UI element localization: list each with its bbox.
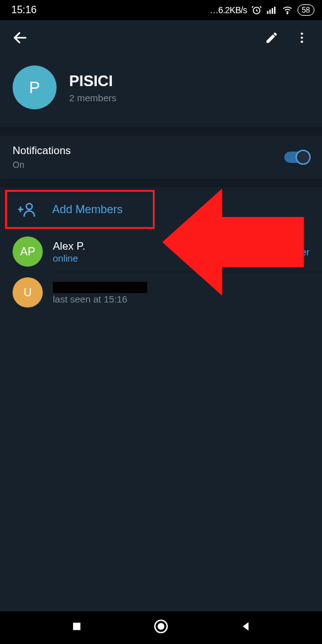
edit-button[interactable]: [257, 23, 287, 53]
svg-rect-3: [272, 8, 273, 14]
group-avatar[interactable]: P: [13, 65, 57, 109]
member-role: Owner: [282, 247, 309, 257]
group-subtitle: 2 members: [69, 92, 116, 103]
svg-point-9: [301, 41, 303, 43]
svg-point-10: [26, 204, 32, 209]
svg-rect-1: [267, 11, 268, 14]
notifications-value: On: [13, 160, 284, 170]
status-time: 15:16: [11, 4, 36, 16]
more-button[interactable]: [287, 23, 317, 53]
alarm-icon: [251, 4, 262, 16]
member-status: last seen at 15:16: [53, 294, 299, 304]
svg-rect-2: [269, 9, 270, 14]
app-bar: [0, 20, 322, 55]
toggle-knob: [296, 150, 311, 165]
nav-recent-button[interactable]: [70, 620, 83, 635]
nav-back-button[interactable]: [240, 620, 252, 635]
wifi-icon: [281, 4, 294, 16]
group-profile-header: P PISICI 2 members: [0, 55, 322, 127]
svg-rect-14: [73, 623, 80, 630]
android-nav-bar: [0, 611, 322, 644]
arrow-left-icon: [12, 30, 28, 46]
notifications-label: Notifications: [13, 145, 284, 157]
member-status: online: [53, 253, 272, 264]
add-members-button[interactable]: Add Members: [7, 192, 144, 227]
svg-point-16: [158, 624, 164, 630]
triangle-left-icon: [240, 620, 252, 633]
member-name: [53, 281, 299, 294]
member-info: Alex P.online: [53, 240, 272, 264]
member-info: last seen at 15:16: [53, 281, 299, 304]
member-name: Alex P.: [53, 240, 272, 253]
svg-point-7: [301, 33, 303, 35]
dots-vertical-icon: [295, 31, 309, 45]
add-person-icon: [18, 201, 36, 218]
network-speed: …6.2KB/s: [210, 5, 247, 15]
highlight-annotation: Add Members: [5, 190, 155, 229]
svg-rect-4: [274, 7, 275, 14]
square-icon: [70, 620, 83, 633]
redacted-name: [53, 282, 147, 293]
signal-icon: [266, 4, 277, 16]
notifications-toggle[interactable]: [284, 152, 309, 163]
section-divider: [0, 127, 322, 136]
svg-point-5: [287, 13, 288, 14]
back-button[interactable]: [5, 23, 35, 53]
section-divider: [0, 179, 322, 187]
status-bar: 15:16 …6.2KB/s 58: [0, 0, 322, 20]
svg-marker-17: [243, 622, 248, 630]
member-row[interactable]: Ulast seen at 15:16: [0, 272, 322, 313]
member-row[interactable]: APAlex P.onlineOwner: [0, 231, 322, 272]
members-list: APAlex P.onlineOwnerUlast seen at 15:16: [0, 231, 322, 313]
status-indicators: …6.2KB/s 58: [210, 4, 314, 16]
pencil-icon: [265, 31, 279, 45]
battery-indicator: 58: [297, 4, 314, 16]
notifications-row[interactable]: Notifications On: [0, 136, 322, 179]
group-title: PISICI: [69, 72, 116, 90]
member-avatar: AP: [13, 236, 43, 267]
svg-point-8: [301, 36, 303, 39]
circle-icon: [153, 618, 169, 635]
member-avatar: U: [13, 277, 43, 308]
add-members-label: Add Members: [52, 203, 123, 216]
nav-home-button[interactable]: [153, 618, 169, 637]
